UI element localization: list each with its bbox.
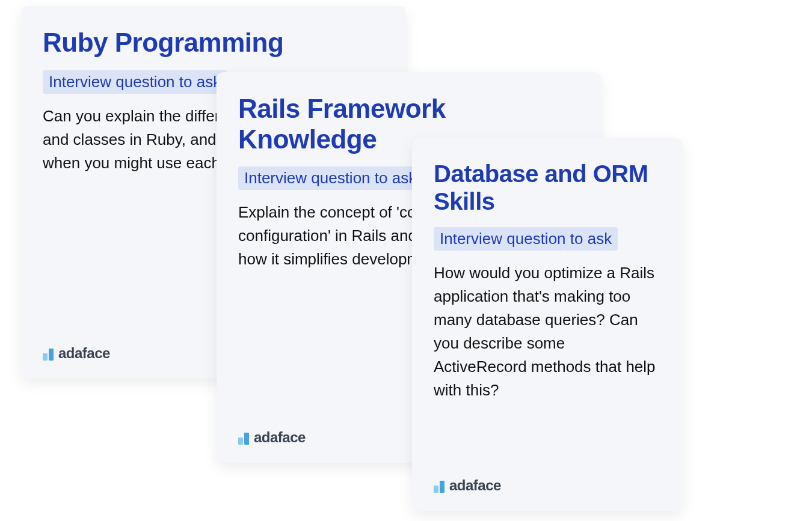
interview-card-database: Database and ORM Skills Interview questi…	[412, 138, 683, 511]
card-title: Ruby Programming	[43, 28, 384, 58]
bar-chart-icon	[43, 346, 54, 361]
badge-interview-question: Interview question to ask	[238, 166, 422, 190]
brand-logo: adaface	[43, 346, 110, 361]
brand-name: adaface	[58, 346, 110, 361]
brand-logo: adaface	[434, 478, 501, 493]
card-title: Database and ORM Skills	[434, 160, 661, 215]
brand-name: adaface	[254, 430, 306, 445]
bar-chart-icon	[434, 478, 444, 493]
brand-logo: adaface	[238, 430, 306, 445]
bar-chart-icon	[238, 430, 249, 445]
brand-name: adaface	[449, 478, 501, 493]
question-text: How would you optimize a Rails applicati…	[434, 261, 661, 402]
badge-interview-question: Interview question to ask	[434, 227, 618, 251]
badge-interview-question: Interview question to ask	[43, 70, 227, 94]
